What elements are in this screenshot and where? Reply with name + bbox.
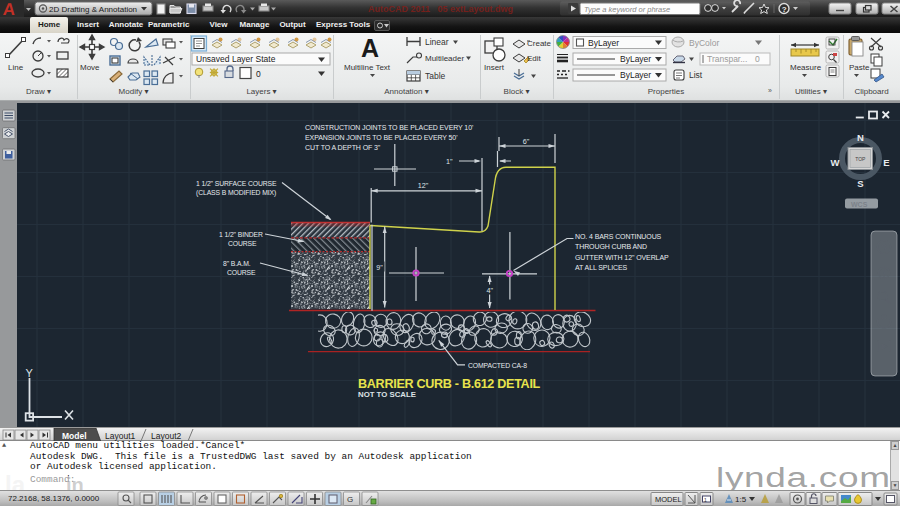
svg-text:NOT TO SCALE: NOT TO SCALE <box>358 390 416 399</box>
svg-text:Multileader: Multileader <box>425 54 464 63</box>
svg-text:ByColor: ByColor <box>689 38 719 48</box>
svg-text:MODEL: MODEL <box>655 495 682 504</box>
svg-text:AT ALL SPLICES: AT ALL SPLICES <box>575 264 628 271</box>
svg-text:(CLASS B MODIFIED MIX): (CLASS B MODIFIED MIX) <box>196 189 276 197</box>
svg-text:Linear: Linear <box>425 37 449 47</box>
svg-text:8" B.A.M.: 8" B.A.M. <box>223 260 251 267</box>
svg-text:Transpar...: Transpar... <box>707 54 747 64</box>
svg-text:1 1/2" BINDER: 1 1/2" BINDER <box>219 231 263 238</box>
svg-text:CUT TO A DEPTH OF 3": CUT TO A DEPTH OF 3" <box>305 144 381 151</box>
svg-text:BARRIER CURB - B.612 DETAIL: BARRIER CURB - B.612 DETAIL <box>358 377 541 391</box>
svg-text:9": 9" <box>376 263 383 272</box>
svg-text:Unsaved Layer State: Unsaved Layer State <box>196 54 276 64</box>
svg-text:A: A <box>361 34 379 62</box>
svg-text:S: S <box>857 178 863 189</box>
svg-text:0: 0 <box>256 69 261 79</box>
svg-text:Paste: Paste <box>849 63 870 72</box>
svg-text:1:5: 1:5 <box>735 495 747 504</box>
svg-text:EXPANSION JOINTS TO BE PLACED: EXPANSION JOINTS TO BE PLACED EVERY 50' <box>305 134 457 141</box>
svg-text:1": 1" <box>446 157 453 166</box>
svg-text:Multiline Text: Multiline Text <box>344 63 391 72</box>
svg-text:Layout2: Layout2 <box>151 431 182 441</box>
svg-text:N: N <box>857 132 864 143</box>
svg-text:Move: Move <box>80 63 100 72</box>
svg-text:List: List <box>689 70 703 80</box>
svg-text:ByLayer: ByLayer <box>620 54 651 64</box>
svg-text:Create: Create <box>527 39 552 48</box>
svg-text:THROUGH CURB AND: THROUGH CURB AND <box>575 243 647 250</box>
svg-text:?: ? <box>782 5 787 14</box>
svg-text:Measure: Measure <box>790 63 822 72</box>
svg-text:ByLayer: ByLayer <box>588 38 619 48</box>
svg-text:W: W <box>831 157 840 168</box>
svg-text:COURSE: COURSE <box>228 240 257 247</box>
svg-text:1: 1 <box>704 497 707 503</box>
svg-text:ByLayer: ByLayer <box>620 70 651 80</box>
svg-text:Y: Y <box>26 367 34 379</box>
svg-text:CONSTRUCTION JOINTS TO BE PLAC: CONSTRUCTION JOINTS TO BE PLACED EVERY 1… <box>305 124 473 131</box>
svg-text:G: G <box>347 495 353 504</box>
svg-text:Edit: Edit <box>527 54 542 63</box>
svg-text:Table: Table <box>425 71 446 81</box>
svg-text:6": 6" <box>523 137 530 146</box>
svg-text:GUTTER WITH 12" OVERLAP: GUTTER WITH 12" OVERLAP <box>575 254 669 261</box>
svg-text:E: E <box>883 157 889 168</box>
svg-text:0: 0 <box>755 54 760 64</box>
svg-text:TOP: TOP <box>855 156 866 162</box>
svg-text:1 1/2" SURFACE COURSE: 1 1/2" SURFACE COURSE <box>196 180 277 187</box>
svg-text:Line: Line <box>8 63 24 72</box>
svg-text:A: A <box>2 0 16 17</box>
svg-text:2D Drafting & Annotation: 2D Drafting & Annotation <box>49 5 137 14</box>
svg-text:Layout1: Layout1 <box>105 431 136 441</box>
svg-text:Type a keyword or phrase: Type a keyword or phrase <box>584 5 670 14</box>
svg-text:Model: Model <box>62 431 87 441</box>
svg-text:NO. 4 BARS CONTINUOUS: NO. 4 BARS CONTINUOUS <box>575 233 662 240</box>
svg-text:WCS: WCS <box>851 201 868 208</box>
svg-text:12": 12" <box>418 181 429 190</box>
svg-text:4": 4" <box>487 286 494 295</box>
svg-text:COURSE: COURSE <box>227 269 256 276</box>
svg-text:COMPACTED CA-8: COMPACTED CA-8 <box>468 362 527 369</box>
svg-text:Insert: Insert <box>484 63 505 72</box>
